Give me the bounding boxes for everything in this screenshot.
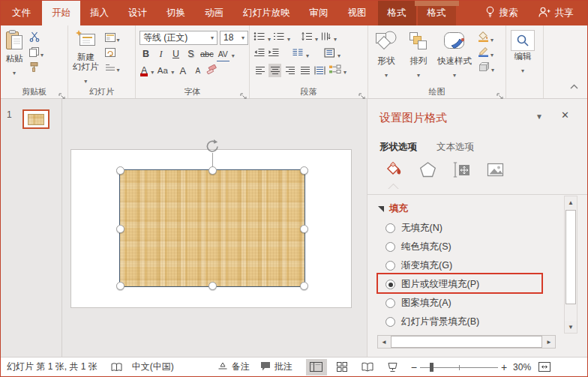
radio-circle[interactable] — [386, 317, 395, 327]
radio-solid-fill[interactable]: 纯色填充(S) — [386, 238, 452, 256]
zoom-slider-handle[interactable] — [430, 363, 434, 372]
radio-circle[interactable] — [386, 280, 395, 289]
horizontal-scroll-thumb[interactable] — [391, 336, 542, 348]
fit-to-window-button[interactable] — [538, 362, 550, 372]
new-slide-button[interactable]: 新建幻灯片 — [70, 28, 102, 86]
font-name-combo[interactable]: 等线 (正文) — [140, 31, 218, 45]
columns-button[interactable] — [292, 47, 304, 61]
tab-format-picture-tools[interactable]: 格式 — [418, 1, 456, 25]
text-direction-dropdown-arrow[interactable] — [334, 31, 337, 44]
language-indicator[interactable]: 中文(中国) — [132, 361, 174, 373]
text-shadow-button[interactable]: S — [184, 47, 197, 61]
shape-fill-button[interactable] — [476, 31, 496, 44]
editing-canvas[interactable] — [62, 99, 368, 358]
copy-button[interactable] — [28, 46, 45, 59]
radio-circle[interactable] — [386, 298, 395, 308]
shapes-button[interactable]: 形状 — [370, 28, 403, 86]
vertical-scroll-thumb[interactable] — [566, 210, 576, 304]
increase-indent-button[interactable] — [268, 47, 280, 61]
selection-handle-middle-left[interactable] — [116, 225, 124, 233]
format-painter-button[interactable] — [28, 61, 45, 74]
quick-styles-button[interactable]: 快速样式 — [434, 28, 475, 86]
pane-tab-shape-options[interactable]: 形状选项 — [380, 141, 417, 154]
reset-slide-button[interactable] — [104, 46, 122, 59]
selection-handle-bottom-left[interactable] — [116, 282, 124, 290]
tab-format-drawing-tools[interactable]: 格式 — [378, 1, 416, 25]
tab-design[interactable]: 设计 — [118, 1, 157, 25]
line-spacing-dropdown-arrow[interactable] — [315, 31, 318, 44]
radio-picture-texture-fill[interactable]: 图片或纹理填充(P) — [386, 275, 479, 294]
scroll-down-button[interactable]: ▼ — [565, 321, 577, 333]
tab-view[interactable]: 视图 — [338, 1, 376, 25]
shape-outline-dropdown-arrow[interactable] — [490, 46, 494, 60]
selection-handle-top-center[interactable] — [208, 166, 217, 175]
font-color-button[interactable]: A — [140, 65, 148, 76]
change-case-dropdown-arrow[interactable] — [171, 64, 174, 77]
picture-icon[interactable] — [485, 160, 505, 178]
editing-dropdown-arrow[interactable] — [521, 62, 524, 76]
bullets-button[interactable] — [254, 31, 266, 44]
normal-view-button[interactable] — [306, 359, 327, 376]
radio-no-fill[interactable]: 无填充(N) — [386, 219, 442, 238]
bold-button[interactable]: B — [140, 47, 152, 61]
tab-review[interactable]: 审阅 — [300, 1, 338, 25]
layout-dropdown-arrow[interactable] — [117, 31, 120, 45]
comments-button[interactable]: 批注 — [260, 361, 292, 373]
numbering-dropdown-arrow[interactable] — [287, 31, 290, 44]
paste-button[interactable]: 粘贴 — [2, 28, 26, 86]
underline-button[interactable]: U — [170, 47, 182, 61]
pane-close-button[interactable]: ✕ — [561, 109, 569, 121]
numbering-button[interactable] — [273, 31, 285, 44]
zoom-out-button[interactable]: − — [411, 361, 417, 373]
character-spacing-dropdown-arrow[interactable] — [232, 47, 235, 61]
cut-button[interactable] — [28, 31, 45, 44]
convert-smartart-dropdown-arrow[interactable] — [344, 64, 346, 77]
picture-fill-rectangle[interactable] — [119, 169, 305, 287]
effects-pentagon-icon[interactable] — [418, 160, 437, 178]
align-text-dropdown-arrow[interactable] — [338, 47, 340, 61]
pane-tab-text-options[interactable]: 文本选项 — [436, 141, 474, 154]
align-right-button[interactable] — [284, 64, 296, 77]
slide-canvas[interactable] — [70, 149, 352, 308]
columns-dropdown-arrow[interactable] — [306, 47, 309, 61]
tab-tell-me-search[interactable]: 搜索 — [476, 1, 528, 25]
selection-handle-bottom-center[interactable] — [208, 282, 217, 290]
slide-sorter-view-button[interactable] — [332, 359, 352, 376]
shrink-font-button[interactable]: A — [191, 64, 204, 77]
shapes-dropdown-arrow[interactable] — [385, 67, 388, 80]
change-case-button[interactable]: Aa — [156, 64, 169, 77]
radio-circle[interactable] — [386, 261, 395, 271]
arrange-button[interactable]: 排列 — [404, 28, 433, 86]
pane-horizontal-scrollbar[interactable]: ◄ ► — [377, 335, 556, 349]
slide-count-info[interactable]: 幻灯片 第 1 张, 共 1 张 — [7, 361, 98, 373]
selection-handle-bottom-right[interactable] — [300, 282, 308, 290]
radio-circle[interactable] — [386, 223, 395, 233]
drawing-dialog-launcher[interactable] — [496, 89, 504, 97]
pane-options-dropdown-arrow[interactable]: ▼ — [536, 112, 543, 121]
quick-styles-dropdown-arrow[interactable] — [453, 67, 456, 80]
clipboard-dialog-launcher[interactable] — [58, 89, 66, 97]
section-button[interactable] — [104, 61, 122, 74]
section-dropdown-arrow[interactable] — [117, 61, 120, 75]
tab-transitions[interactable]: 切换 — [157, 1, 195, 25]
radio-slide-background-fill[interactable]: 幻灯片背景填充(B) — [386, 313, 479, 331]
align-center-button[interactable] — [268, 64, 281, 77]
scroll-left-button[interactable]: ◄ — [378, 336, 390, 348]
shape-outline-button[interactable] — [476, 46, 496, 59]
pane-vertical-scrollbar[interactable]: ▲ ▼ — [564, 196, 578, 334]
reading-view-button[interactable] — [357, 359, 378, 376]
tab-home[interactable]: 开始 — [42, 1, 80, 25]
share-button[interactable]: 共享 — [528, 1, 584, 25]
distribute-text-button[interactable] — [314, 64, 326, 77]
decrease-indent-button[interactable] — [254, 47, 266, 61]
align-left-button[interactable] — [254, 64, 266, 77]
size-properties-icon[interactable] — [452, 160, 471, 178]
selection-handle-top-right[interactable] — [300, 166, 308, 175]
zoom-in-button[interactable]: + — [501, 361, 507, 373]
editing-button[interactable]: 编辑 — [508, 28, 538, 86]
tab-animations[interactable]: 动画 — [195, 1, 233, 25]
shape-effects-button[interactable] — [476, 61, 496, 74]
strikethrough-button[interactable]: abc — [200, 47, 214, 61]
radio-circle[interactable] — [386, 242, 395, 252]
align-text-button[interactable] — [324, 47, 335, 61]
